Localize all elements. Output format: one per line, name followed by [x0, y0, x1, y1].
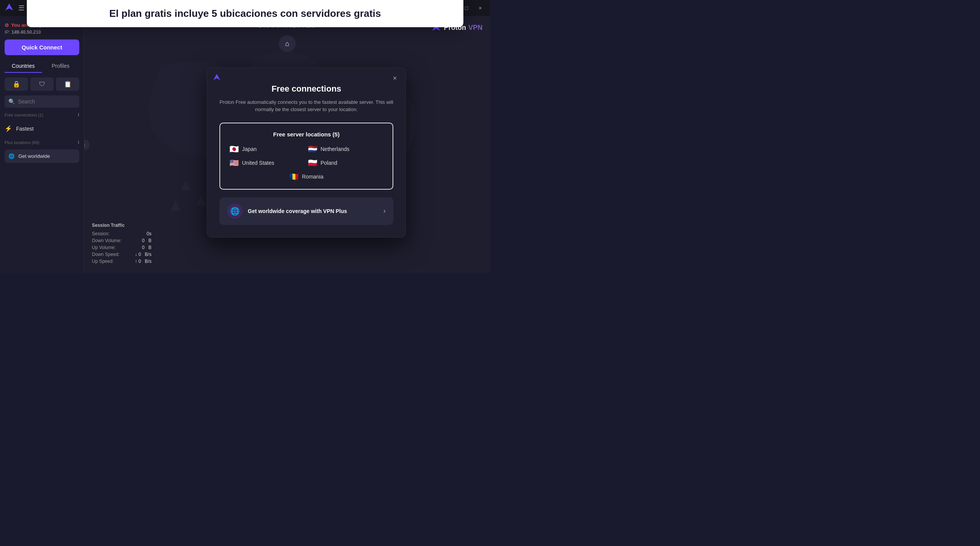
tabs: Countries Profiles — [5, 60, 79, 73]
location-netherlands: 🇳🇱 Netherlands — [308, 144, 383, 154]
us-name: United States — [242, 160, 274, 166]
info-icon-plus: ℹ — [78, 140, 79, 145]
tab-profiles[interactable]: Profiles — [42, 60, 80, 73]
app-window: ☰ ─ □ × El plan gratis incluye 5 ubicaci… — [0, 0, 490, 273]
globe-plus-icon: 🌐 — [227, 203, 242, 219]
get-worldwide-item[interactable]: 🌐 Get worldwide — [5, 149, 79, 163]
location-romania: 🇷🇴 Romania — [229, 172, 383, 181]
chevron-right-icon: › — [383, 207, 386, 215]
globe-icon: 🌐 — [8, 153, 15, 159]
vpn-plus-title: Get worldwide coverage with VPN Plus — [248, 208, 378, 214]
ip-display: IP: 149.40.50.210 — [5, 30, 79, 35]
lightning-icon: ⚡ — [5, 125, 12, 132]
app-logo — [5, 3, 14, 13]
modal-close-button[interactable]: × — [389, 73, 400, 84]
vpn-plus-button[interactable]: 🌐 Get worldwide coverage with VPN Plus › — [219, 197, 393, 225]
plus-locations-label: Plus locations (69) ℹ — [5, 140, 79, 145]
location-grid: 🇯🇵 Japan 🇳🇱 Netherlands 🇺🇸 — [229, 144, 383, 181]
get-worldwide-label: Get worldwide — [18, 153, 50, 159]
main-content: ‹ DISCONNECTED ⌂ ProtonVPN — [84, 16, 490, 273]
fastest-label: Fastest — [16, 126, 34, 132]
free-connections-modal: × Free connections Proton Free automatic… — [207, 67, 406, 238]
info-icon: ℹ — [78, 112, 79, 117]
netherlands-flag: 🇳🇱 — [308, 144, 317, 154]
romania-flag: 🇷🇴 — [289, 172, 299, 181]
tooltip-banner: El plan gratis incluye 5 ubicaciones con… — [27, 0, 463, 27]
tab-countries[interactable]: Countries — [5, 60, 42, 73]
ip-value: 149.40.50.210 — [11, 30, 41, 35]
fastest-server-item[interactable]: ⚡ Fastest — [5, 122, 79, 135]
netherlands-name: Netherlands — [321, 146, 350, 152]
filter-shield-button[interactable]: 🛡 — [30, 77, 54, 91]
search-icon: 🔍 — [8, 98, 15, 105]
menu-button[interactable]: ☰ — [18, 4, 25, 12]
location-poland: 🇵🇱 Poland — [308, 158, 383, 167]
filter-edit-button[interactable]: 📋 — [56, 77, 79, 91]
free-locations-box: Free server locations (5) 🇯🇵 Japan 🇳🇱 Ne… — [219, 123, 393, 190]
svg-marker-0 — [5, 3, 13, 10]
modal-title: Free connections — [219, 84, 393, 94]
japan-flag: 🇯🇵 — [229, 144, 239, 154]
tooltip-text: El plan gratis incluye 5 ubicaciones con… — [109, 8, 381, 19]
svg-marker-6 — [213, 74, 220, 80]
warning-icon: ⊘ — [5, 22, 9, 28]
location-us: 🇺🇸 United States — [229, 158, 305, 167]
filter-buttons: 🔒 🛡 📋 — [5, 77, 79, 91]
romania-name: Romania — [302, 174, 323, 180]
close-button[interactable]: × — [475, 3, 486, 13]
search-box: 🔍 — [5, 95, 79, 108]
sidebar: ⊘ You are not protected! IP: 149.40.50.2… — [0, 16, 84, 273]
free-connections-label: Free connections (1) ℹ — [5, 112, 79, 117]
japan-name: Japan — [242, 146, 257, 152]
quick-connect-button[interactable]: Quick Connect — [5, 39, 79, 55]
poland-name: Poland — [321, 160, 337, 166]
free-locations-title: Free server locations (5) — [229, 131, 383, 138]
location-japan: 🇯🇵 Japan — [229, 144, 305, 154]
modal-proton-logo — [213, 73, 221, 83]
search-input[interactable] — [18, 98, 75, 105]
modal-overlay: × Free connections Proton Free automatic… — [84, 16, 490, 273]
vpn-plus-text: Get worldwide coverage with VPN Plus — [248, 208, 378, 214]
filter-lock-button[interactable]: 🔒 — [5, 77, 28, 91]
app-body: ⊘ You are not protected! IP: 149.40.50.2… — [0, 16, 490, 273]
poland-flag: 🇵🇱 — [308, 158, 317, 167]
us-flag: 🇺🇸 — [229, 158, 239, 167]
modal-description: Proton Free automatically connects you t… — [219, 98, 393, 113]
